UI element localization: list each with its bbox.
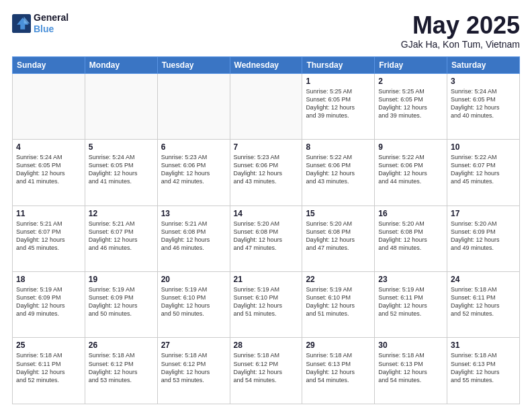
calendar-cell: 24Sunrise: 5:18 AM Sunset: 6:11 PM Dayli… <box>447 272 520 338</box>
day-number: 12 <box>89 209 154 218</box>
calendar-cell: 21Sunrise: 5:19 AM Sunset: 6:10 PM Dayli… <box>230 272 302 338</box>
day-number: 19 <box>89 275 154 284</box>
day-number: 1 <box>306 77 371 86</box>
calendar-cell: 16Sunrise: 5:20 AM Sunset: 6:08 PM Dayli… <box>375 205 447 271</box>
calendar-cell <box>157 73 230 139</box>
day-info: Sunrise: 5:21 AM Sunset: 6:07 PM Dayligh… <box>16 220 81 253</box>
calendar-cell: 8Sunrise: 5:22 AM Sunset: 6:06 PM Daylig… <box>302 140 375 205</box>
calendar-cell: 28Sunrise: 5:18 AM Sunset: 6:12 PM Dayli… <box>230 338 302 404</box>
day-header-thursday: Thursday <box>302 56 375 73</box>
logo-icon <box>12 14 31 33</box>
calendar-cell: 13Sunrise: 5:21 AM Sunset: 6:08 PM Dayli… <box>157 205 230 271</box>
calendar-cell: 19Sunrise: 5:19 AM Sunset: 6:09 PM Dayli… <box>85 272 157 338</box>
calendar-cell: 9Sunrise: 5:22 AM Sunset: 6:06 PM Daylig… <box>375 140 447 205</box>
calendar-cell: 4Sunrise: 5:24 AM Sunset: 6:05 PM Daylig… <box>13 140 85 205</box>
day-info: Sunrise: 5:18 AM Sunset: 6:13 PM Dayligh… <box>378 351 443 384</box>
day-number: 6 <box>161 142 226 152</box>
calendar-cell: 10Sunrise: 5:22 AM Sunset: 6:07 PM Dayli… <box>447 140 520 205</box>
day-number: 31 <box>451 340 516 350</box>
day-info: Sunrise: 5:19 AM Sunset: 6:10 PM Dayligh… <box>234 285 299 318</box>
calendar-cell: 17Sunrise: 5:20 AM Sunset: 6:09 PM Dayli… <box>447 205 520 271</box>
day-number: 5 <box>89 142 154 152</box>
day-header-saturday: Saturday <box>447 56 520 73</box>
calendar-cell: 7Sunrise: 5:23 AM Sunset: 6:06 PM Daylig… <box>230 140 302 205</box>
day-info: Sunrise: 5:24 AM Sunset: 6:05 PM Dayligh… <box>16 153 81 186</box>
day-info: Sunrise: 5:18 AM Sunset: 6:11 PM Dayligh… <box>16 351 81 384</box>
day-number: 16 <box>378 209 443 218</box>
day-info: Sunrise: 5:25 AM Sunset: 6:05 PM Dayligh… <box>306 87 371 120</box>
day-info: Sunrise: 5:24 AM Sunset: 6:05 PM Dayligh… <box>451 87 516 120</box>
week-row-2: 4Sunrise: 5:24 AM Sunset: 6:05 PM Daylig… <box>13 140 520 205</box>
day-header-wednesday: Wednesday <box>230 56 302 73</box>
day-header-tuesday: Tuesday <box>157 56 230 73</box>
calendar-cell: 25Sunrise: 5:18 AM Sunset: 6:11 PM Dayli… <box>13 338 85 404</box>
day-header-friday: Friday <box>375 56 447 73</box>
calendar-cell: 5Sunrise: 5:24 AM Sunset: 6:05 PM Daylig… <box>85 140 157 205</box>
day-number: 22 <box>306 275 371 284</box>
day-info: Sunrise: 5:18 AM Sunset: 6:12 PM Dayligh… <box>89 351 154 384</box>
day-info: Sunrise: 5:18 AM Sunset: 6:13 PM Dayligh… <box>306 351 371 384</box>
day-number: 17 <box>451 209 516 218</box>
logo: General Blue <box>12 12 69 35</box>
week-row-1: 1Sunrise: 5:25 AM Sunset: 6:05 PM Daylig… <box>13 73 520 139</box>
calendar-cell <box>85 73 157 139</box>
location-subtitle: GJak Ha, Kon Tum, Vietnam <box>401 39 520 50</box>
page: General Blue May 2025 GJak Ha, Kon Tum, … <box>0 0 532 411</box>
day-info: Sunrise: 5:19 AM Sunset: 6:09 PM Dayligh… <box>16 285 81 318</box>
day-number: 11 <box>16 209 81 218</box>
calendar-cell: 23Sunrise: 5:19 AM Sunset: 6:11 PM Dayli… <box>375 272 447 338</box>
day-number: 9 <box>378 142 443 152</box>
calendar-cell: 6Sunrise: 5:23 AM Sunset: 6:06 PM Daylig… <box>157 140 230 205</box>
day-number: 10 <box>451 142 516 152</box>
calendar-cell: 31Sunrise: 5:18 AM Sunset: 6:13 PM Dayli… <box>447 338 520 404</box>
day-info: Sunrise: 5:18 AM Sunset: 6:11 PM Dayligh… <box>451 285 516 318</box>
day-info: Sunrise: 5:19 AM Sunset: 6:10 PM Dayligh… <box>161 285 226 318</box>
day-number: 25 <box>16 340 81 350</box>
calendar-cell: 27Sunrise: 5:18 AM Sunset: 6:12 PM Dayli… <box>157 338 230 404</box>
calendar-cell <box>13 73 85 139</box>
day-info: Sunrise: 5:20 AM Sunset: 6:09 PM Dayligh… <box>451 220 516 253</box>
day-info: Sunrise: 5:21 AM Sunset: 6:08 PM Dayligh… <box>161 220 226 253</box>
calendar-cell <box>230 73 302 139</box>
day-header-sunday: Sunday <box>13 56 85 73</box>
logo-text: General Blue <box>34 12 69 35</box>
day-number: 4 <box>16 142 81 152</box>
calendar-cell: 30Sunrise: 5:18 AM Sunset: 6:13 PM Dayli… <box>375 338 447 404</box>
calendar-cell: 12Sunrise: 5:21 AM Sunset: 6:07 PM Dayli… <box>85 205 157 271</box>
day-info: Sunrise: 5:22 AM Sunset: 6:06 PM Dayligh… <box>378 153 443 186</box>
day-info: Sunrise: 5:24 AM Sunset: 6:05 PM Dayligh… <box>89 153 154 186</box>
calendar-cell: 2Sunrise: 5:25 AM Sunset: 6:05 PM Daylig… <box>375 73 447 139</box>
day-number: 8 <box>306 142 371 152</box>
day-info: Sunrise: 5:23 AM Sunset: 6:06 PM Dayligh… <box>161 153 226 186</box>
day-number: 20 <box>161 275 226 284</box>
day-info: Sunrise: 5:19 AM Sunset: 6:09 PM Dayligh… <box>89 285 154 318</box>
day-number: 24 <box>451 275 516 284</box>
day-number: 14 <box>234 209 299 218</box>
day-info: Sunrise: 5:23 AM Sunset: 6:06 PM Dayligh… <box>234 153 299 186</box>
calendar-cell: 11Sunrise: 5:21 AM Sunset: 6:07 PM Dayli… <box>13 205 85 271</box>
day-info: Sunrise: 5:18 AM Sunset: 6:12 PM Dayligh… <box>234 351 299 384</box>
day-number: 18 <box>16 275 81 284</box>
day-number: 23 <box>378 275 443 284</box>
day-number: 2 <box>378 77 443 86</box>
day-number: 26 <box>89 340 154 350</box>
day-number: 27 <box>161 340 226 350</box>
header: General Blue May 2025 GJak Ha, Kon Tum, … <box>12 12 520 50</box>
day-number: 28 <box>234 340 299 350</box>
day-number: 15 <box>306 209 371 218</box>
day-header-monday: Monday <box>85 56 157 73</box>
day-info: Sunrise: 5:20 AM Sunset: 6:08 PM Dayligh… <box>234 220 299 253</box>
day-info: Sunrise: 5:20 AM Sunset: 6:08 PM Dayligh… <box>378 220 443 253</box>
day-info: Sunrise: 5:22 AM Sunset: 6:07 PM Dayligh… <box>451 153 516 186</box>
week-row-3: 11Sunrise: 5:21 AM Sunset: 6:07 PM Dayli… <box>13 205 520 271</box>
day-info: Sunrise: 5:22 AM Sunset: 6:06 PM Dayligh… <box>306 153 371 186</box>
week-row-5: 25Sunrise: 5:18 AM Sunset: 6:11 PM Dayli… <box>13 338 520 404</box>
day-number: 7 <box>234 142 299 152</box>
calendar-cell: 29Sunrise: 5:18 AM Sunset: 6:13 PM Dayli… <box>302 338 375 404</box>
calendar-table: SundayMondayTuesdayWednesdayThursdayFrid… <box>12 56 520 404</box>
day-number: 21 <box>234 275 299 284</box>
calendar-cell: 20Sunrise: 5:19 AM Sunset: 6:10 PM Dayli… <box>157 272 230 338</box>
calendar-cell: 15Sunrise: 5:20 AM Sunset: 6:08 PM Dayli… <box>302 205 375 271</box>
calendar-cell: 26Sunrise: 5:18 AM Sunset: 6:12 PM Dayli… <box>85 338 157 404</box>
week-row-4: 18Sunrise: 5:19 AM Sunset: 6:09 PM Dayli… <box>13 272 520 338</box>
